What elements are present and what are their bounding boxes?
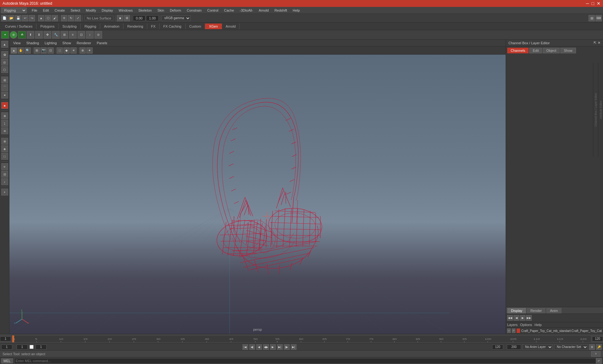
tab-custom[interactable]: Custom — [186, 24, 205, 29]
tab-object[interactable]: Object — [543, 48, 560, 53]
autokey-btn[interactable]: 🔑 — [596, 344, 602, 350]
tab-arnold[interactable]: Arnold — [222, 24, 240, 29]
rotate-tool[interactable]: ↻ — [68, 15, 74, 21]
move-tool[interactable]: ✛ — [61, 15, 67, 21]
next-key-btn[interactable]: |▶ — [284, 344, 290, 350]
help-line-btn[interactable]: ? — [591, 351, 600, 357]
extra-btn[interactable]: + — [1, 189, 8, 195]
menu-cache[interactable]: Cache — [221, 8, 236, 13]
workspace-btn[interactable]: ▤ — [589, 15, 595, 21]
anim-layer-dropdown[interactable]: No Anim Layer — [522, 344, 553, 350]
tab-fx[interactable]: FX — [147, 24, 160, 29]
snap-grid-btn[interactable]: ⊞ — [1, 77, 8, 83]
close-button[interactable]: ✕ — [597, 1, 600, 6]
menu-edit[interactable]: Edit — [41, 8, 52, 13]
tab-xgen[interactable]: XGen — [205, 24, 222, 29]
tab-channels[interactable]: Channels — [507, 48, 529, 53]
tab-rendering[interactable]: Rendering — [123, 24, 147, 29]
xgen-btn-10[interactable]: ⊡ — [78, 31, 85, 39]
display-layer-btn[interactable]: ⊟ — [1, 171, 8, 178]
undo-btn[interactable]: ↩ — [22, 15, 28, 21]
maximize-button[interactable]: □ — [592, 1, 594, 6]
goto-start-btn[interactable]: |◀ — [242, 344, 248, 350]
menu-select[interactable]: Select — [68, 8, 83, 13]
select-mode-btn[interactable]: ▲ — [1, 41, 8, 48]
xgen-btn-6[interactable]: ✤ — [44, 31, 51, 39]
vp-select-btn[interactable]: ▲ — [11, 47, 17, 54]
paint-skin-btn[interactable]: ✿ — [1, 51, 8, 58]
menu-arnold[interactable]: Arnold — [256, 8, 271, 13]
timeline-start-input[interactable] — [0, 336, 11, 341]
layer-p-btn[interactable]: P — [512, 329, 515, 333]
tab-curves-surfaces[interactable]: Curves / Surfaces — [1, 24, 36, 29]
range-start-input[interactable] — [17, 345, 28, 350]
new-scene-btn[interactable]: 📄 — [1, 15, 8, 21]
menu-display[interactable]: Display — [99, 8, 116, 13]
xray-btn[interactable]: ◈ — [1, 145, 8, 152]
layer-editor-btn[interactable]: ≡ — [1, 163, 8, 170]
viewport-shading-menu[interactable]: Shading — [24, 40, 41, 46]
xgen-btn-4[interactable]: ⬆ — [27, 31, 34, 39]
layer-next2-btn[interactable]: ▶▶ — [526, 315, 532, 321]
prev-key-btn[interactable]: ◀| — [249, 344, 255, 350]
joint-tool-btn[interactable]: ⊕ — [1, 112, 8, 119]
anim-layer-btn[interactable]: ♪ — [1, 178, 8, 185]
channel-box-expand-btn[interactable]: ⇱ — [594, 41, 596, 45]
menu-redshift[interactable]: Redshift — [272, 8, 290, 13]
mel-input[interactable] — [14, 358, 596, 364]
layer-prev-btn[interactable]: ◀◀ — [507, 315, 513, 321]
xgen-btn-7[interactable]: 🔧 — [52, 31, 60, 39]
pb-anim-end[interactable] — [507, 345, 521, 350]
menu-3dtool[interactable]: -3DtoAll- — [237, 8, 256, 13]
menu-create[interactable]: Create — [52, 8, 68, 13]
char-set-dropdown[interactable]: No Character Set — [554, 344, 588, 350]
render-frame-btn[interactable]: ■ — [117, 15, 123, 21]
val2-input[interactable] — [146, 15, 159, 21]
vp-frame-btn[interactable]: ⊡ — [47, 47, 54, 54]
tab-show[interactable]: Show — [560, 48, 576, 53]
options-tab[interactable]: Options — [520, 323, 532, 327]
disp-tab-anim[interactable]: Anim — [546, 308, 562, 313]
xgen-btn-3[interactable]: ☘ — [18, 31, 26, 39]
select-tool[interactable]: ▲ — [38, 15, 44, 21]
vp-wireframe-btn[interactable]: □ — [57, 47, 63, 54]
mel-submit-btn[interactable]: ↵ — [596, 358, 602, 364]
xgen-btn-5[interactable]: ⬇ — [35, 31, 43, 39]
disp-tab-render[interactable]: Render — [527, 308, 546, 313]
save-scene-btn[interactable]: 💾 — [15, 15, 21, 21]
current-frame-input[interactable] — [1, 345, 12, 350]
xgen-btn-12[interactable]: ⊘ — [95, 31, 102, 39]
layer-next-btn[interactable]: ▶ — [520, 315, 525, 321]
render-region-btn[interactable]: ■ — [1, 102, 8, 109]
snap-point-btn[interactable]: ✦ — [1, 92, 8, 99]
menu-file[interactable]: File — [29, 8, 40, 13]
timeline-end-input[interactable] — [592, 336, 603, 341]
wireframe-btn[interactable]: □ — [1, 153, 8, 160]
tab-animation[interactable]: Animation — [100, 24, 123, 29]
channel-box-close-btn[interactable]: ✕ — [598, 41, 600, 45]
render-settings-btn[interactable]: ⚙ — [124, 15, 130, 21]
mel-label[interactable]: MEL — [1, 358, 13, 363]
vp-light-btn[interactable]: ☀ — [70, 47, 77, 54]
menu-constrain[interactable]: Constrain — [184, 8, 204, 13]
val1-input[interactable] — [133, 15, 145, 21]
minimize-button[interactable]: ─ — [586, 1, 589, 6]
next-frame-btn[interactable]: ▶| — [277, 344, 283, 350]
range-frame-input[interactable] — [35, 345, 46, 350]
tab-edit[interactable]: Edit — [529, 48, 542, 53]
tab-fx-caching[interactable]: FX Caching — [160, 24, 185, 29]
tab-sculpting[interactable]: Sculpting — [59, 24, 81, 29]
redo-btn[interactable]: ↪ — [29, 15, 35, 21]
sculpt-btn[interactable]: ⬡ — [1, 66, 8, 73]
viewport-panels-menu[interactable]: Panels — [94, 40, 110, 46]
paint-tool[interactable]: 🖌 — [52, 15, 58, 21]
range-checkbox[interactable] — [30, 345, 34, 349]
3d-viewport[interactable]: z x y persp — [9, 55, 506, 334]
vp-pan-btn[interactable]: ✋ — [18, 47, 24, 54]
vp-snap-btn[interactable]: ⊕ — [79, 47, 86, 54]
tab-rigging[interactable]: Rigging — [81, 24, 100, 29]
vp-grid-btn[interactable]: ⊞ — [34, 47, 40, 54]
lasso-tool[interactable]: ⬡ — [45, 15, 51, 21]
play-back-btn[interactable]: ◀▶ — [263, 344, 269, 350]
viewport-lighting-menu[interactable]: Lighting — [42, 40, 59, 46]
